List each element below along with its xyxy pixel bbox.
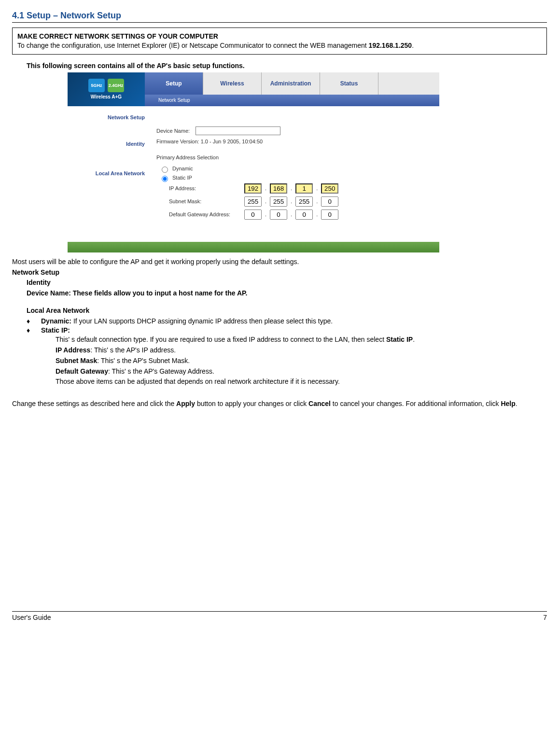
gw-oct-1[interactable] xyxy=(244,210,262,220)
subnet-mask-label: Subnet Mask: xyxy=(169,198,241,205)
ip-address-b: IP Address xyxy=(56,346,90,354)
gw-oct-3[interactable] xyxy=(295,210,313,220)
default-gateway-t: : This' s the AP's Gateway Address. xyxy=(108,367,214,375)
notice-ip: 192.168.1.250 xyxy=(369,42,412,49)
primary-address-selection: Primary Address Selection xyxy=(156,154,434,161)
label-device-name: Device Name: These fields allow you to i… xyxy=(27,289,247,297)
ip-address-label: IP Address: xyxy=(169,185,241,192)
device-name-input[interactable] xyxy=(196,126,280,135)
tab-setup[interactable]: Setup xyxy=(145,72,203,95)
static-desc-b: Static IP xyxy=(386,336,413,343)
tab-filler xyxy=(378,72,439,95)
firmware-version: Firmware Version: 1.0 - Jun 9 2005, 10:0… xyxy=(156,138,263,145)
radio-static[interactable] xyxy=(162,176,168,182)
left-identity: Identity xyxy=(68,140,145,148)
notice-heading: MAKE CORRECT NETWORK SETTINGS OF YOUR CO… xyxy=(17,32,542,41)
logo: 5GHz 2.4GHz Wireless A+G xyxy=(68,72,145,106)
label-lan: Local Area Network xyxy=(27,307,89,314)
apply-mid: button to apply your changes or click xyxy=(195,400,308,407)
radio-dynamic-label: Dynamic xyxy=(172,165,193,172)
static-desc: This' s default connection type. If you … xyxy=(56,335,547,344)
help-word: Help xyxy=(501,400,515,407)
adjust-note: Those above items can be adjusted that d… xyxy=(56,377,547,386)
footer-left: User's Guide xyxy=(12,613,51,622)
label-network-setup: Network Setup xyxy=(12,268,59,276)
logo-flag-5ghz: 5GHz xyxy=(88,79,105,92)
ip-oct-2[interactable] xyxy=(270,183,287,194)
apply-post1: to cancel your changes. For additional i… xyxy=(331,400,501,407)
screenshot: 5GHz 2.4GHz Wireless A+G Setup Wireless … xyxy=(68,72,547,252)
left-network-setup: Network Setup xyxy=(68,114,145,121)
sm-oct-2[interactable] xyxy=(270,196,287,207)
bullet-dynamic: ♦ Dynamic: If your LAN supports DHCP ass… xyxy=(27,317,547,326)
footer: User's Guide 7 xyxy=(12,611,547,622)
sm-oct-1[interactable] xyxy=(244,196,262,207)
label-identity: Identity xyxy=(27,279,51,286)
ip-oct-1[interactable] xyxy=(244,183,262,194)
notice-body: To change the configuration, use Interne… xyxy=(17,41,542,50)
subnet-mask-b: Subnet Mask xyxy=(56,357,97,364)
bullet-icon: ♦ xyxy=(27,326,41,335)
subtab-network-setup[interactable]: Network Setup xyxy=(154,96,195,105)
gw-oct-4[interactable] xyxy=(321,210,338,220)
dynamic-text: If your LAN supports DHCP assigning dyna… xyxy=(71,317,333,325)
static-desc-c: . xyxy=(413,336,415,343)
sm-oct-3[interactable] xyxy=(295,196,313,207)
section-title: 4.1 Setup – Network Setup xyxy=(12,10,547,23)
static-desc-a: This' s default connection type. If you … xyxy=(56,336,386,343)
bullet-icon: ♦ xyxy=(27,317,41,326)
notice-box: MAKE CORRECT NETWORK SETTINGS OF YOUR CO… xyxy=(12,28,547,55)
default-gateway-b: Default Gateway xyxy=(56,367,108,375)
ip-address-t: : This' s the AP's IP address. xyxy=(90,346,176,354)
apply-paragraph: Change these settings as described here … xyxy=(12,399,547,408)
tab-row: Setup Wireless Administration Status xyxy=(145,72,439,95)
device-name-label: Device Name: xyxy=(156,127,190,135)
ip-oct-4[interactable] xyxy=(321,183,338,194)
static-label: Static IP: xyxy=(41,326,70,334)
radio-dynamic[interactable] xyxy=(162,167,168,173)
left-lan: Local Area Network xyxy=(68,170,145,177)
ip-oct-3[interactable] xyxy=(295,183,313,194)
logo-flag-24ghz: 2.4GHz xyxy=(108,79,124,92)
apply-pre: Change these settings as described here … xyxy=(12,400,176,407)
notice-body-pre: To change the configuration, use Interne… xyxy=(17,42,369,49)
logo-text: Wireless A+G xyxy=(91,94,122,100)
tab-administration[interactable]: Administration xyxy=(262,72,320,95)
intro-line: This following screen contains all of th… xyxy=(27,61,547,70)
cancel-word: Cancel xyxy=(308,400,331,407)
apply-word: Apply xyxy=(176,400,195,407)
sm-oct-4[interactable] xyxy=(321,196,338,207)
footer-page-number: 7 xyxy=(543,613,547,622)
dynamic-label: Dynamic: xyxy=(41,317,71,325)
bottom-bar xyxy=(68,242,439,252)
gw-oct-2[interactable] xyxy=(270,210,287,220)
notice-body-post: . xyxy=(412,42,414,49)
radio-static-label: Static IP xyxy=(172,174,192,182)
subtab-row: Network Setup xyxy=(145,95,439,106)
subnet-mask-t: : This' s the AP's Subnet Mask. xyxy=(97,357,190,364)
tab-status[interactable]: Status xyxy=(320,72,378,95)
apply-post2: . xyxy=(516,400,517,407)
line-most-users: Most users will be able to configure the… xyxy=(12,257,547,266)
gateway-label: Default Gateway Address: xyxy=(169,211,241,218)
bullet-static: ♦ Static IP: xyxy=(27,326,547,335)
tab-wireless[interactable]: Wireless xyxy=(203,72,262,95)
